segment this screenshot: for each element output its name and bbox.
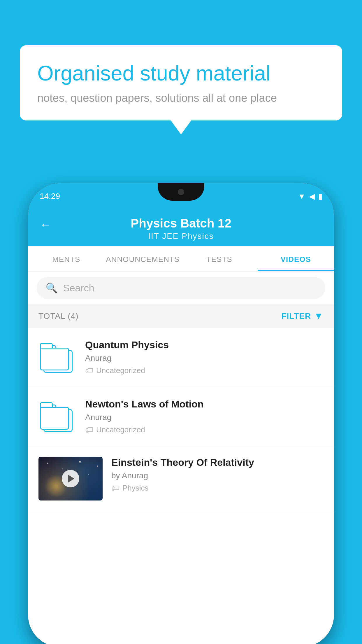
status-icons: ▼ ◀ ▮ bbox=[298, 192, 322, 201]
bubble-subtitle: notes, question papers, solutions all at… bbox=[37, 92, 325, 104]
video-author: Anurag bbox=[85, 354, 324, 363]
tag-label: Uncategorized bbox=[96, 366, 145, 375]
list-item[interactable]: Newton's Laws of Motion Anurag 🏷 Uncateg… bbox=[28, 387, 334, 446]
video-title: Newton's Laws of Motion bbox=[85, 398, 324, 410]
folder-icon bbox=[40, 342, 75, 373]
filter-icon: ▼ bbox=[314, 311, 324, 321]
tag-label: Physics bbox=[122, 484, 149, 493]
folder-icon bbox=[40, 401, 75, 432]
status-time: 14:29 bbox=[40, 192, 60, 201]
search-bar[interactable]: 🔍 Search bbox=[37, 277, 325, 299]
tab-tests[interactable]: TESTS bbox=[181, 246, 258, 271]
battery-icon: ▮ bbox=[318, 192, 322, 201]
phone-screen: 14:29 ▼ ◀ ▮ ← Physics Batch 12 IIT JEE P… bbox=[28, 183, 334, 644]
speech-bubble: Organised study material notes, question… bbox=[20, 45, 342, 120]
play-button[interactable] bbox=[62, 470, 79, 487]
video-thumbnail-3 bbox=[38, 457, 103, 501]
play-icon bbox=[68, 475, 74, 483]
search-container: 🔍 Search bbox=[28, 272, 334, 304]
signal-icon: ◀ bbox=[309, 192, 315, 201]
tag-icon: 🏷 bbox=[111, 483, 120, 493]
video-tag: 🏷 Uncategorized bbox=[85, 425, 324, 435]
total-count: TOTAL (4) bbox=[38, 312, 79, 321]
video-title: Einstein's Theory Of Relativity bbox=[111, 457, 324, 468]
video-list: Quantum Physics Anurag 🏷 Uncategorized bbox=[28, 328, 334, 644]
app-header: ← Physics Batch 12 IIT JEE Physics bbox=[28, 209, 334, 246]
video-tag: 🏷 Uncategorized bbox=[85, 366, 324, 375]
video-info-1: Quantum Physics Anurag 🏷 Uncategorized bbox=[85, 339, 324, 375]
filter-label: FILTER bbox=[281, 312, 311, 321]
tabs-container: MENTS ANNOUNCEMENTS TESTS VIDEOS bbox=[28, 246, 334, 272]
tag-icon: 🏷 bbox=[85, 425, 93, 435]
tab-ments[interactable]: MENTS bbox=[28, 246, 105, 271]
speech-bubble-container: Organised study material notes, question… bbox=[20, 45, 342, 120]
header-subtitle: IIT JEE Physics bbox=[148, 232, 214, 241]
bubble-title: Organised study material bbox=[37, 61, 325, 85]
filter-bar: TOTAL (4) FILTER ▼ bbox=[28, 304, 334, 328]
wifi-icon: ▼ bbox=[298, 192, 305, 201]
video-tag: 🏷 Physics bbox=[111, 483, 324, 493]
header-title: Physics Batch 12 bbox=[131, 216, 231, 230]
tag-label: Uncategorized bbox=[96, 425, 145, 434]
back-button[interactable]: ← bbox=[40, 218, 51, 231]
video-author: by Anurag bbox=[111, 471, 324, 480]
tab-videos[interactable]: VIDEOS bbox=[258, 246, 334, 271]
video-thumbnail-1 bbox=[38, 338, 76, 376]
video-info-2: Newton's Laws of Motion Anurag 🏷 Uncateg… bbox=[85, 398, 324, 435]
video-title: Quantum Physics bbox=[85, 339, 324, 351]
list-item[interactable]: Quantum Physics Anurag 🏷 Uncategorized bbox=[28, 328, 334, 387]
tab-announcements[interactable]: ANNOUNCEMENTS bbox=[105, 246, 181, 271]
filter-button[interactable]: FILTER ▼ bbox=[281, 311, 324, 321]
video-thumbnail-2 bbox=[38, 398, 76, 435]
list-item[interactable]: Einstein's Theory Of Relativity by Anura… bbox=[28, 446, 334, 511]
tag-icon: 🏷 bbox=[85, 366, 93, 375]
camera-icon bbox=[178, 189, 184, 195]
video-info-3: Einstein's Theory Of Relativity by Anura… bbox=[111, 457, 324, 493]
search-input[interactable]: Search bbox=[63, 282, 94, 294]
video-author: Anurag bbox=[85, 413, 324, 422]
phone-frame: 14:29 ▼ ◀ ▮ ← Physics Batch 12 IIT JEE P… bbox=[28, 183, 334, 644]
search-icon: 🔍 bbox=[45, 282, 58, 294]
phone-notch bbox=[158, 183, 204, 201]
status-bar: 14:29 ▼ ◀ ▮ bbox=[28, 183, 334, 209]
